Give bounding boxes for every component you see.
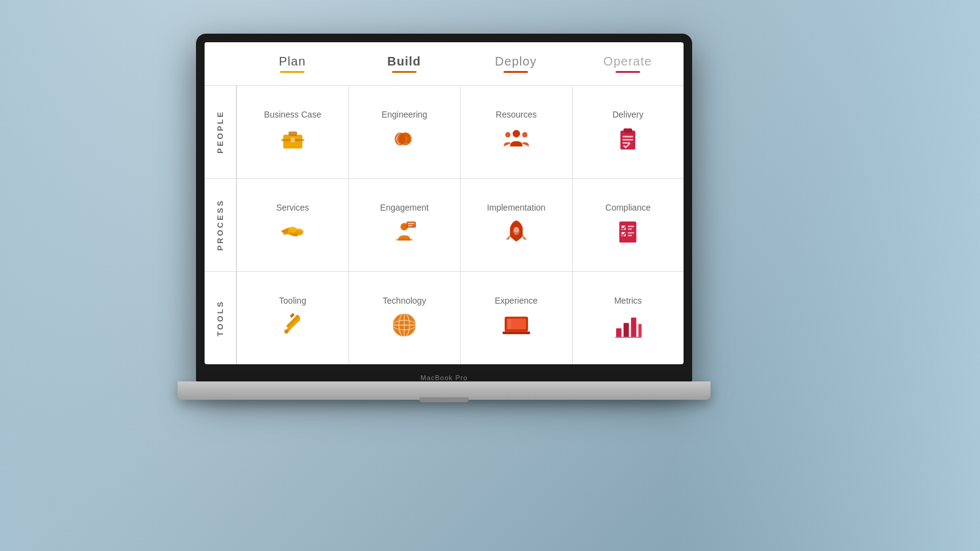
laptop: Plan Build Deploy Operate PEOPLE: [196, 34, 692, 389]
svg-point-23: [513, 227, 519, 233]
svg-rect-20: [408, 225, 412, 226]
svg-point-31: [284, 329, 288, 333]
svg-rect-28: [628, 228, 632, 230]
svg-rect-48: [615, 337, 641, 338]
svg-rect-1: [288, 131, 297, 135]
cell-title-services: Services: [276, 203, 309, 212]
build-underline: [392, 71, 417, 73]
handshake-icon: [277, 216, 309, 248]
svg-rect-43: [502, 331, 530, 334]
globe-icon: [388, 309, 420, 341]
operate-underline: [616, 71, 640, 73]
framework-grid: Plan Build Deploy Operate PEOPLE: [205, 42, 684, 364]
cell-title-delivery: Delivery: [612, 110, 644, 119]
cell-title-technology: Technology: [383, 296, 426, 305]
macbook-label: MacBook Pro: [420, 374, 467, 381]
process-label: PROCESS: [216, 199, 225, 251]
cell-people-build: Engineering: [349, 85, 461, 178]
plan-underline: [280, 71, 304, 73]
cell-tools-plan: Tooling: [236, 271, 349, 364]
briefcase-icon: [277, 123, 309, 155]
presentation-icon: [388, 216, 420, 248]
col-plan-label: Plan: [279, 54, 306, 69]
laptop-icon: [500, 309, 532, 341]
cell-process-operate: Compliance: [572, 178, 684, 271]
svg-rect-11: [624, 128, 632, 132]
svg-rect-27: [628, 225, 634, 227]
cell-people-plan: Business Case: [236, 85, 349, 178]
col-build-label: Build: [387, 54, 421, 69]
svg-rect-19: [408, 223, 414, 224]
deploy-underline: [503, 71, 528, 73]
svg-point-9: [522, 132, 527, 137]
svg-rect-12: [623, 135, 633, 137]
col-header-plan: Plan: [236, 42, 349, 85]
cell-title-implementation: Implementation: [487, 203, 546, 212]
svg-rect-47: [639, 324, 642, 337]
row-label-tools: TOOLS: [205, 271, 236, 364]
cell-tools-operate: Metrics: [572, 271, 684, 364]
svg-rect-45: [624, 323, 629, 337]
gear-brain-icon: [388, 123, 420, 155]
cell-people-deploy: Resources: [460, 85, 572, 178]
laptop-base: [178, 381, 710, 400]
svg-rect-44: [616, 328, 622, 337]
cell-title-compliance: Compliance: [605, 203, 650, 212]
cell-title-business-case: Business Case: [264, 110, 321, 119]
cell-title-resources: Resources: [496, 110, 537, 119]
cell-process-plan: Services: [236, 178, 349, 271]
svg-rect-21: [396, 239, 413, 241]
cell-title-metrics: Metrics: [614, 296, 642, 305]
checklist-icon: [612, 216, 644, 248]
cell-process-deploy: Implementation: [460, 178, 572, 271]
barchart-icon: [612, 309, 644, 341]
col-operate-label: Operate: [603, 54, 652, 69]
cell-title-tooling: Tooling: [279, 296, 306, 305]
wrench-icon: [277, 309, 309, 341]
col-header-build: Build: [349, 42, 461, 85]
row-label-people: PEOPLE: [205, 85, 236, 178]
svg-point-8: [505, 132, 511, 137]
cell-title-engagement: Engagement: [380, 203, 429, 212]
svg-rect-30: [628, 234, 632, 236]
col-header-deploy: Deploy: [460, 42, 572, 85]
team-icon: [500, 123, 532, 155]
rocket-icon: [500, 216, 532, 248]
person-right-overlay: [674, 0, 980, 551]
col-deploy-label: Deploy: [495, 54, 537, 69]
svg-rect-13: [623, 139, 633, 141]
svg-rect-46: [631, 317, 636, 336]
laptop-notch: [420, 397, 469, 402]
cell-tools-build: Technology: [349, 271, 461, 364]
col-header-operate: Operate: [572, 42, 684, 85]
laptop-bezel: Plan Build Deploy Operate PEOPLE: [196, 34, 692, 389]
row-label-process: PROCESS: [205, 178, 236, 271]
corner-cell: [205, 42, 236, 85]
laptop-screen: Plan Build Deploy Operate PEOPLE: [205, 42, 684, 364]
cell-tools-deploy: Experience: [460, 271, 572, 364]
svg-rect-18: [407, 221, 417, 227]
svg-rect-3: [290, 138, 295, 142]
cell-title-experience: Experience: [495, 296, 538, 305]
people-label: PEOPLE: [216, 110, 225, 154]
cell-process-build: Engagement: [349, 178, 461, 271]
tools-label: TOOLS: [216, 300, 225, 337]
svg-rect-29: [628, 232, 634, 234]
cell-people-operate: Delivery: [572, 85, 684, 178]
cell-title-engineering: Engineering: [382, 110, 428, 119]
svg-point-7: [513, 130, 520, 137]
svg-rect-24: [619, 221, 636, 242]
clipboard-icon: [612, 123, 644, 155]
svg-rect-34: [290, 313, 295, 318]
